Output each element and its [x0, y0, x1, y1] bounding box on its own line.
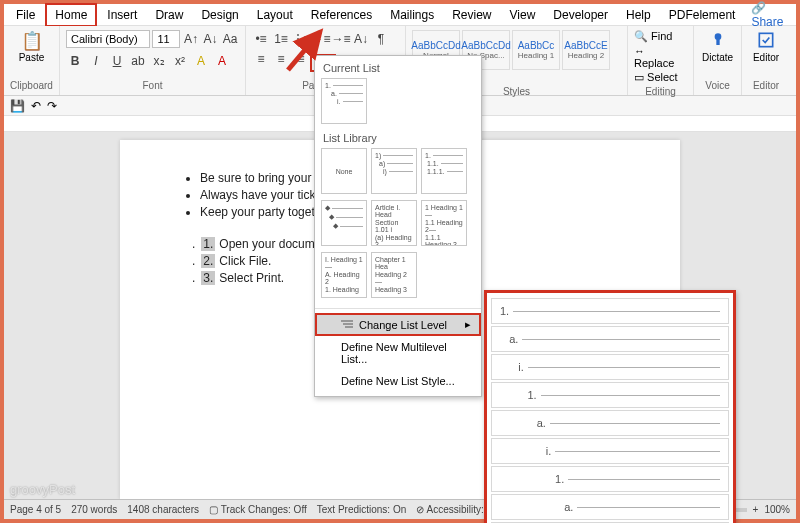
strike-icon[interactable]: ab: [129, 52, 147, 70]
change-case-icon[interactable]: Aa: [221, 30, 239, 48]
ml-lib-article[interactable]: Article I. Head Section 1.01 i (a) Headi…: [371, 200, 417, 246]
underline-icon[interactable]: U: [108, 52, 126, 70]
editor-button[interactable]: Editor: [748, 30, 784, 63]
svg-point-0: [714, 33, 721, 40]
change-list-level-menuitem[interactable]: Change List Level ▸: [315, 313, 481, 336]
menu-references[interactable]: References: [303, 5, 380, 25]
ml-current-preview[interactable]: 1. a. i.: [321, 78, 367, 124]
list-level-option[interactable]: i.: [491, 438, 729, 464]
status-words[interactable]: 270 words: [71, 504, 117, 515]
ml-lib-roman[interactable]: I. Heading 1— A. Heading 2 1. Heading: [321, 252, 367, 298]
menu-draw[interactable]: Draw: [147, 5, 191, 25]
clipboard-label: Clipboard: [10, 80, 53, 91]
replace-button[interactable]: ↔ Replace: [634, 45, 687, 69]
ml-lib-decimal[interactable]: 1. 1.1. 1.1.1.: [421, 148, 467, 194]
watermark: groovyPost: [10, 482, 75, 497]
decrease-indent-icon[interactable]: ←≡: [312, 30, 330, 48]
list-level-option[interactable]: i.: [491, 354, 729, 380]
sort-icon[interactable]: A↓: [352, 30, 370, 48]
status-predictions[interactable]: Text Predictions: On: [317, 504, 406, 515]
align-left-icon[interactable]: ≡: [252, 50, 270, 68]
svg-rect-2: [759, 33, 772, 46]
paste-button[interactable]: 📋 Paste: [10, 30, 53, 63]
undo-icon[interactable]: ↶: [31, 99, 41, 113]
font-label: Font: [66, 80, 239, 91]
align-right-icon[interactable]: ≡: [292, 50, 310, 68]
menu-insert[interactable]: Insert: [99, 5, 145, 25]
list-level-option[interactable]: a.: [491, 494, 729, 520]
menu-bar: File Home Insert Draw Design Layout Refe…: [4, 4, 796, 26]
find-button[interactable]: 🔍 Find: [634, 30, 687, 43]
menu-design[interactable]: Design: [193, 5, 246, 25]
list-level-option[interactable]: 1.: [491, 466, 729, 492]
menu-developer[interactable]: Developer: [545, 5, 616, 25]
list-level-option[interactable]: 1.: [491, 382, 729, 408]
font-size-combo[interactable]: 11: [152, 30, 180, 48]
redo-icon[interactable]: ↷: [47, 99, 57, 113]
zoom-value[interactable]: 100%: [764, 504, 790, 515]
multilevel-list-dropdown: Current List 1. a. i. List Library None …: [314, 55, 482, 397]
numbering-icon[interactable]: 1≡: [272, 30, 290, 48]
voice-label: Voice: [700, 80, 735, 91]
status-page[interactable]: Page 4 of 5: [10, 504, 61, 515]
chevron-right-icon: ▸: [465, 318, 471, 331]
save-icon[interactable]: 💾: [10, 99, 25, 113]
change-list-level-flyout: 1. a. i. 1. a. i. 1. a. i.: [484, 290, 736, 523]
multilevel-list-icon[interactable]: ⋮≡: [292, 30, 310, 48]
editor-label: Editor: [748, 80, 784, 91]
menu-mailings[interactable]: Mailings: [382, 5, 442, 25]
style-heading2[interactable]: AaBbCcEHeading 2: [562, 30, 610, 70]
ml-lib-paren[interactable]: 1) a) i): [371, 148, 417, 194]
ml-section-current: Current List: [315, 60, 481, 78]
select-button[interactable]: ▭ Select: [634, 71, 687, 84]
ml-lib-chapter[interactable]: Chapter 1 Hea Heading 2— Heading 3—: [371, 252, 417, 298]
zoom-in-icon[interactable]: +: [753, 504, 759, 515]
grow-font-icon[interactable]: A↑: [182, 30, 200, 48]
ml-lib-heading-dec[interactable]: 1 Heading 1— 1.1 Heading 2— 1.1.1 Headin…: [421, 200, 467, 246]
menu-pdfelement[interactable]: PDFelement: [661, 5, 744, 25]
align-center-icon[interactable]: ≡: [272, 50, 290, 68]
sub-icon[interactable]: x₂: [150, 52, 168, 70]
list-level-option[interactable]: a.: [491, 326, 729, 352]
dictate-button[interactable]: Dictate: [700, 30, 735, 63]
font-combo[interactable]: Calibri (Body): [66, 30, 150, 48]
menu-layout[interactable]: Layout: [249, 5, 301, 25]
highlight-icon[interactable]: A: [192, 52, 210, 70]
list-level-option[interactable]: a.: [491, 410, 729, 436]
style-heading1[interactable]: AaBbCcHeading 1: [512, 30, 560, 70]
editing-label: Editing: [634, 86, 687, 97]
ml-section-library: List Library: [315, 130, 481, 148]
ml-none[interactable]: None: [321, 148, 367, 194]
showhide-icon[interactable]: ¶: [372, 30, 390, 48]
font-color-icon[interactable]: A: [213, 52, 231, 70]
sup-icon[interactable]: x²: [171, 52, 189, 70]
menu-file[interactable]: File: [8, 5, 43, 25]
menu-help[interactable]: Help: [618, 5, 659, 25]
bold-icon[interactable]: B: [66, 52, 84, 70]
define-list-style-menuitem[interactable]: Define New List Style...: [315, 370, 481, 392]
list-level-option[interactable]: 1.: [491, 298, 729, 324]
italic-icon[interactable]: I: [87, 52, 105, 70]
increase-indent-icon[interactable]: →≡: [332, 30, 350, 48]
menu-view[interactable]: View: [502, 5, 544, 25]
menu-review[interactable]: Review: [444, 5, 499, 25]
define-multilevel-menuitem[interactable]: Define New Multilevel List...: [315, 336, 481, 370]
status-chars[interactable]: 1408 characters: [127, 504, 199, 515]
svg-rect-1: [716, 40, 719, 45]
status-track[interactable]: ▢ Track Changes: Off: [209, 504, 307, 515]
bullets-icon[interactable]: •≡: [252, 30, 270, 48]
shrink-font-icon[interactable]: A↓: [202, 30, 220, 48]
menu-home[interactable]: Home: [45, 3, 97, 27]
ml-lib-bullets[interactable]: ◆ ◆ ◆: [321, 200, 367, 246]
